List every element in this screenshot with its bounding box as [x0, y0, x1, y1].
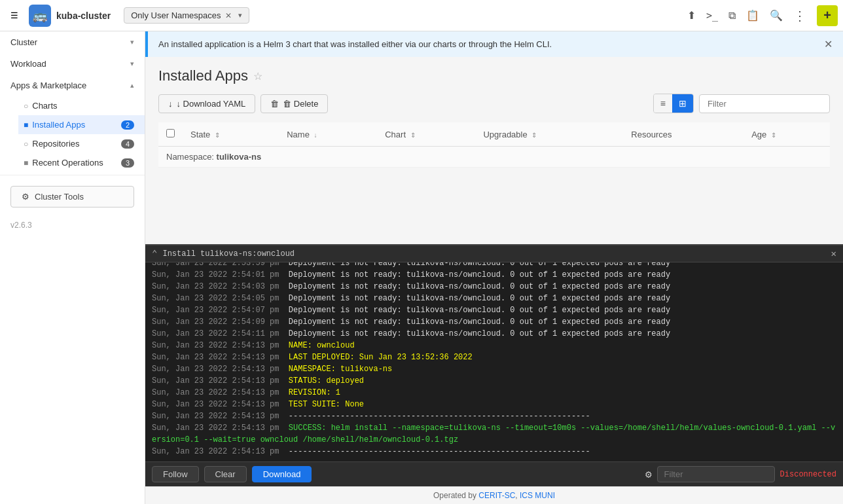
timestamp: Sun, Jan 23 2022 2:54:09 pm [152, 317, 289, 327]
terminal-line: Sun, Jan 23 2022 2:54:13 pm STATUS: depl… [152, 375, 836, 387]
clipboard-icon[interactable]: 📋 [746, 9, 759, 22]
log-message: LAST DEPLOYED: Sun Jan 23 13:52:36 2022 [289, 353, 473, 362]
collapse-icon[interactable]: ⌃ [152, 248, 157, 259]
col-name[interactable]: Name ↓ [279, 122, 377, 147]
version-label: v2.6.3 [0, 215, 145, 235]
namespace-filter-close[interactable]: ✕ [225, 11, 232, 20]
filter-input[interactable] [699, 94, 830, 113]
footer-text: Operated by CERIT-SC, ICS MUNI [433, 491, 555, 500]
terminal-line: Sun, Jan 23 2022 2:54:13 pm NAMESPACE: t… [152, 363, 836, 375]
timestamp: Sun, Jan 23 2022 2:53:59 pm [152, 262, 289, 268]
col-chart[interactable]: Chart ⇕ [377, 122, 475, 147]
repositories-badge: 4 [121, 139, 134, 149]
installed-apps-table: State ⇕ Name ↓ Chart ⇕ Upgradable ⇕ Reso… [158, 122, 830, 168]
table-toolbar: ↓ ↓ Download YAML 🗑 🗑 Delete ≡ ⊞ [158, 94, 830, 113]
more-icon[interactable]: ⋮ [793, 8, 806, 24]
sidebar-item-repositories[interactable]: ○ Repositories 4 [18, 134, 145, 153]
clear-button[interactable]: Clear [204, 466, 247, 482]
list-view-button[interactable]: ≡ [654, 94, 672, 113]
timestamp: Sun, Jan 23 2022 2:54:11 pm [152, 329, 289, 338]
select-all-checkbox[interactable] [158, 122, 183, 147]
cluster-tools-label: Cluster Tools [35, 192, 84, 202]
terminal-title: Install tulikova-ns:owncloud [162, 249, 825, 259]
download-button[interactable]: Download [252, 466, 312, 482]
sidebar-cluster-label: Cluster [10, 37, 130, 47]
cluster-tools-button[interactable]: ⚙ Cluster Tools [10, 186, 134, 207]
log-message: ----------------------------------------… [289, 447, 590, 456]
table-container: State ⇕ Name ↓ Chart ⇕ Upgradable ⇕ Reso… [158, 122, 830, 244]
sidebar-item-charts[interactable]: ○ Charts [18, 96, 145, 115]
app-logo: 🚌 [29, 5, 51, 27]
sidebar-item-workload[interactable]: Workload ▾ [0, 53, 145, 75]
upload-icon[interactable]: ⬆ [687, 9, 696, 22]
terminal-icon[interactable]: >_ [706, 10, 718, 22]
cerit-link[interactable]: CERIT-SC [478, 491, 515, 500]
sidebar-apps-label: Apps & Marketplace [10, 81, 130, 90]
hamburger-button[interactable]: ☰ [5, 7, 24, 25]
sidebar-divider [0, 175, 145, 175]
terminal-line: Sun, Jan 23 2022 2:54:05 pm Deployment i… [152, 293, 836, 304]
folder-icon: ■ [24, 120, 28, 130]
sort-icon: ⇕ [215, 132, 220, 139]
folder-icon: ■ [24, 158, 28, 168]
gear-icon: ⚙ [22, 192, 29, 202]
sidebar-recent-ops-label: Recent Operations [32, 158, 121, 168]
col-resources[interactable]: Resources [623, 122, 744, 147]
timestamp: Sun, Jan 23 2022 2:54:13 pm [152, 400, 289, 409]
delete-button[interactable]: 🗑 🗑 Delete [260, 94, 328, 113]
download-yaml-label: ↓ Download YAML [177, 99, 246, 109]
checkbox-all[interactable] [166, 129, 175, 137]
sidebar-cluster-section: Cluster ▾ Workload ▾ Apps & Marketplace … [0, 31, 145, 172]
sidebar-charts-label: Charts [32, 101, 134, 111]
sort-icon: ⇕ [771, 132, 776, 139]
terminal-close-button[interactable]: ✕ [831, 248, 836, 259]
page-title: Installed Apps [158, 67, 248, 84]
circle-icon: ○ [24, 101, 28, 111]
footer: Operated by CERIT-SC, ICS MUNI [145, 486, 843, 504]
timestamp: Sun, Jan 23 2022 2:54:13 pm [152, 376, 289, 386]
namespace-label: Namespace: tulikova-ns [158, 147, 830, 168]
terminal-line: Sun, Jan 23 2022 2:54:13 pm ------------… [152, 446, 836, 458]
sidebar-installed-label: Installed Apps [32, 120, 121, 130]
timestamp: Sun, Jan 23 2022 2:54:03 pm [152, 282, 289, 291]
log-message: NAMESPACE: tulikova-ns [289, 365, 392, 374]
recent-ops-badge: 3 [121, 158, 134, 168]
timestamp: Sun, Jan 23 2022 2:54:13 pm [152, 353, 289, 362]
ics-link[interactable]: ICS MUNI [520, 491, 555, 500]
add-button[interactable]: + [817, 5, 838, 26]
banner-close-button[interactable]: ✕ [824, 38, 833, 50]
search-icon[interactable]: 🔍 [770, 9, 783, 22]
hamburger-icon: ☰ [10, 10, 18, 20]
download-yaml-button[interactable]: ↓ ↓ Download YAML [158, 94, 255, 113]
terminal-line: Sun, Jan 23 2022 2:54:13 pm REVISION: 1 [152, 387, 836, 399]
download-icon: ↓ [168, 99, 173, 109]
terminal-body: Sun, Jan 23 2022 2:53:59 pm Deployment i… [145, 262, 843, 461]
follow-button[interactable]: Follow [152, 466, 199, 482]
col-age[interactable]: Age ⇕ [744, 122, 830, 147]
chevron-down-icon: ▾ [130, 60, 134, 68]
col-state[interactable]: State ⇕ [183, 122, 279, 147]
terminal-line: Sun, Jan 23 2022 2:54:13 pm SUCCESS: hel… [152, 422, 836, 446]
sidebar-item-cluster[interactable]: Cluster ▾ [0, 31, 145, 53]
sidebar-item-apps[interactable]: Apps & Marketplace ▴ [0, 75, 145, 96]
sidebar-item-recent-ops[interactable]: ■ Recent Operations 3 [18, 153, 145, 172]
delete-label: 🗑 Delete [283, 99, 318, 109]
terminal-filter-input[interactable] [657, 466, 775, 482]
sort-icon: ⇕ [410, 132, 416, 139]
terminal-line: Sun, Jan 23 2022 2:54:11 pm Deployment i… [152, 328, 836, 340]
namespace-filter[interactable]: Only User Namespaces ✕ ▾ [124, 7, 249, 24]
log-message: Deployment is not ready: tulikova-ns/own… [289, 294, 670, 303]
col-upgradable[interactable]: Upgradable ⇕ [475, 122, 623, 147]
copy-icon[interactable]: ⧉ [728, 10, 736, 22]
app-title: kuba-cluster [56, 10, 111, 21]
timestamp: Sun, Jan 23 2022 2:54:13 pm [152, 365, 289, 374]
terminal-line: Sun, Jan 23 2022 2:54:13 pm LAST DEPLOYE… [152, 351, 836, 363]
favorite-icon[interactable]: ☆ [253, 70, 262, 82]
topbar-actions: ⬆ >_ ⧉ 📋 🔍 ⋮ + [687, 5, 838, 26]
log-message: REVISION: 1 [289, 388, 340, 397]
terminal-line: Sun, Jan 23 2022 2:54:13 pm TEST SUITE: … [152, 399, 836, 410]
grid-view-button[interactable]: ⊞ [672, 94, 693, 113]
settings-icon[interactable]: ⚙ [645, 468, 652, 481]
log-message: ----------------------------------------… [289, 412, 590, 421]
sidebar-item-installed-apps[interactable]: ■ Installed Apps 2 [18, 115, 145, 134]
